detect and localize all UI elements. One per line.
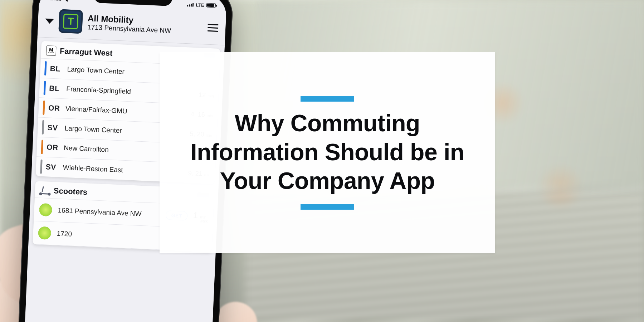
metro-station-name: Farragut West	[59, 47, 113, 58]
signal-icon	[187, 2, 194, 7]
overlay-title: Why Commuting Information Should be in Y…	[181, 109, 474, 195]
scooters-title: Scooters	[53, 186, 87, 197]
line-color-marker	[44, 81, 46, 95]
line-code: OR	[47, 143, 64, 152]
accent-bar-top	[301, 96, 354, 102]
lime-icon	[38, 226, 52, 240]
app-icon[interactable]: T	[58, 9, 83, 34]
line-color-marker	[41, 140, 43, 154]
line-code: BL	[50, 64, 67, 74]
line-code: BL	[49, 84, 67, 93]
network-label: LTE	[196, 2, 204, 8]
line-code: SV	[47, 123, 65, 132]
line-code: SV	[45, 162, 63, 172]
scooter-icon	[40, 186, 50, 195]
menu-icon[interactable]	[208, 24, 219, 31]
line-color-marker	[43, 101, 45, 115]
metro-icon: Mmetro	[46, 45, 56, 56]
location-arrow-icon	[64, 0, 70, 2]
status-time: 2:19	[50, 0, 62, 3]
chevron-down-icon[interactable]	[45, 19, 54, 24]
scooter-address: 1681 Pennsylvania Ave NW	[58, 206, 160, 219]
line-color-marker	[44, 61, 47, 75]
line-color-marker	[40, 160, 43, 174]
line-code: OR	[48, 103, 65, 113]
accent-bar-bottom	[301, 204, 354, 210]
lime-icon	[39, 203, 53, 217]
line-color-marker	[42, 120, 44, 135]
battery-icon	[206, 3, 216, 8]
overlay-title-card: Why Commuting Information Should be in Y…	[160, 52, 495, 253]
